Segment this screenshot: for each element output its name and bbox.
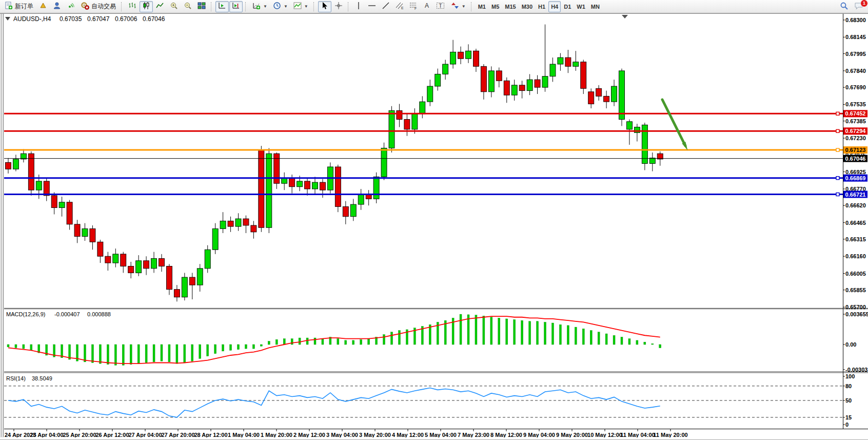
price-axis-tick: 0.66620 (845, 202, 866, 208)
navigator-button[interactable] (50, 1, 64, 12)
horizontal-line-tool-button[interactable] (365, 1, 379, 12)
autotrading-button[interactable]: 自动交易 (78, 1, 119, 12)
period-h4-button[interactable]: H4 (548, 1, 561, 12)
price-axis-tick: 0.68300 (845, 17, 866, 23)
bar-chart-mode-button[interactable] (126, 1, 139, 12)
macd-name: MACD(12,26,9) (6, 311, 45, 317)
rsi-axis-tick: 0 (845, 422, 849, 428)
time-axis-label: 2 May 12:00 (293, 432, 325, 437)
time-axis-label: 27 Apr 20:00 (161, 432, 194, 437)
line-handle (836, 112, 839, 115)
trendline-icon (382, 2, 390, 11)
signal-button[interactable] (64, 1, 77, 12)
chart-title: AUDUSD-,H4 0.67035 0.67047 0.67006 0.670… (13, 15, 165, 23)
rsi-axis-tick: 80 (845, 383, 852, 389)
bar-chart-icon (128, 2, 136, 11)
toolbar-separator (245, 2, 247, 11)
line-chart-mode-button[interactable] (153, 1, 167, 12)
svg-text:E: E (401, 6, 404, 10)
price-axis-tick: 0.67840 (845, 68, 866, 74)
chevron-down-icon: ▼ (304, 4, 308, 9)
new-order-button[interactable]: 新订单 (2, 1, 36, 12)
price-axis-tick: 0.67230 (845, 135, 866, 141)
text-tool-button[interactable]: A (421, 1, 433, 12)
rsi-axis-tick: 100 (845, 373, 855, 379)
time-axis-label: 7 May 23:00 (458, 432, 489, 437)
period-m15-button[interactable]: M15 (502, 1, 518, 12)
arrows-tool-button[interactable]: ▼ (448, 1, 468, 12)
price-axis-tick: 0.66925 (845, 169, 866, 175)
crosshair-icon (334, 2, 343, 11)
search-button[interactable] (837, 1, 851, 12)
time-axis-label: 11 May 04:00 (620, 432, 655, 437)
line-handle (836, 193, 839, 196)
period-m30-button[interactable]: M30 (519, 1, 535, 12)
zoom-in-button[interactable] (167, 1, 181, 12)
period-d1-button[interactable]: D1 (561, 1, 574, 12)
trendline-tool-button[interactable] (379, 1, 392, 12)
line-handle (836, 148, 839, 151)
toolbar: 新订单 自动交易 (0, 0, 868, 13)
chart-shift-button[interactable] (229, 1, 243, 12)
price-label-text: 0.67046 (845, 156, 866, 162)
price-axis-tick: 0.67385 (845, 118, 866, 124)
macd-main-value: -0.000407 (54, 311, 80, 317)
periods-menu-button[interactable]: ▼ (270, 1, 290, 12)
period-m5-button[interactable]: M5 (489, 1, 502, 12)
price-axis-tick: 0.66160 (845, 253, 866, 259)
autotrading-label: 自动交易 (91, 2, 116, 11)
time-axis-label: 27 Apr 04:00 (128, 432, 162, 437)
toolbar-separator (348, 2, 350, 11)
time-axis-label: 3 May 20:00 (359, 432, 391, 437)
rsi-value: 38.5049 (32, 375, 52, 381)
zoom-out-button[interactable] (181, 1, 194, 12)
notification-badge: 1 (860, 0, 868, 7)
channel-tool-button[interactable]: E (393, 1, 406, 12)
time-axis-label: 10 May 12:00 (587, 432, 622, 437)
auto-scroll-button[interactable] (215, 1, 229, 12)
toolbar-separator (313, 2, 315, 11)
time-axis-label: 25 Apr 20:00 (63, 432, 96, 437)
time-axis-label: 11 May 20:00 (653, 432, 687, 437)
price-axis-tick: 0.66005 (845, 271, 866, 277)
cursor-tool-button[interactable] (318, 1, 331, 12)
toolbar-separator (121, 2, 123, 11)
rsi-axis-tick: 15 (845, 414, 852, 420)
fibonacci-tool-button[interactable]: F (407, 1, 420, 12)
line-handle (836, 177, 839, 180)
tile-windows-button[interactable] (195, 1, 208, 12)
time-axis-label: 25 Apr 04:00 (30, 432, 63, 437)
text-label-icon: T (436, 2, 445, 11)
text-label-tool-button[interactable]: T (433, 1, 448, 12)
toolbar-separator (211, 2, 213, 11)
chart-high-value: 0.67047 (87, 15, 110, 23)
templates-button[interactable]: ▼ (291, 1, 311, 12)
time-axis-label: 26 Apr 12:00 (95, 432, 129, 437)
time-axis-label: 1 May 04:00 (228, 432, 260, 437)
signal-icon (67, 2, 75, 11)
period-w1-button[interactable]: W1 (574, 1, 588, 12)
price-axis-tick: 0.66465 (845, 220, 866, 226)
market-watch-button[interactable] (36, 1, 50, 12)
period-m1-button[interactable]: M1 (476, 1, 488, 12)
price-axis-tick: 0.67690 (845, 84, 866, 90)
macd-axis-tick: 0.00 (845, 341, 856, 348)
price-axis-tick: 0.67995 (845, 51, 866, 57)
chart-open-value: 0.67035 (60, 15, 82, 23)
indicators-button[interactable]: ▼ (250, 1, 270, 12)
candlest-mode-button[interactable] (140, 1, 153, 12)
cursor-icon (321, 2, 329, 11)
time-axis-label: 9 May 04:00 (523, 432, 555, 437)
price-label-text: 0.66721 (845, 192, 866, 198)
crosshair-tool-button[interactable] (332, 1, 345, 12)
chart-canvas[interactable]: 0.683000.681450.679950.678400.676900.675… (0, 13, 868, 437)
chevron-down-icon: ▼ (263, 4, 267, 9)
zoom-out-icon (184, 2, 192, 11)
period-h1-button[interactable]: H1 (536, 1, 548, 12)
price-axis-tick: 0.66315 (845, 236, 866, 242)
notifications-button[interactable]: 1 (852, 1, 866, 12)
period-mn-button[interactable]: MN (588, 1, 602, 12)
vertical-line-tool-button[interactable] (352, 1, 365, 12)
line-handle (836, 129, 839, 132)
price-axis-tick: 0.68145 (845, 34, 866, 40)
